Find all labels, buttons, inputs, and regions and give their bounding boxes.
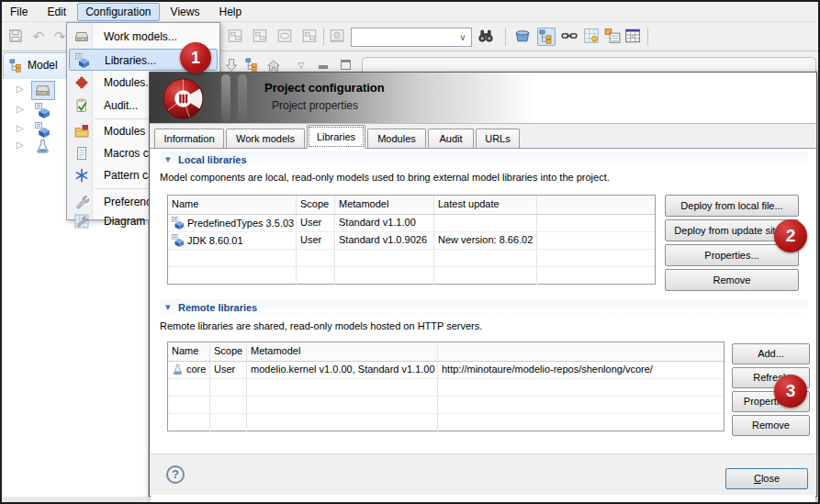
- search-binoculars-icon[interactable]: [477, 28, 496, 46]
- undo-icon[interactable]: ↶: [29, 28, 48, 46]
- table-empty-row: [168, 414, 724, 431]
- cell-empty: [537, 215, 655, 231]
- twistie-icon[interactable]: ▾: [165, 153, 171, 165]
- preferences-icon: [74, 195, 89, 209]
- remote-library-icon: [35, 139, 51, 154]
- twistie-icon[interactable]: ▾: [165, 301, 171, 313]
- library-icon: [172, 217, 185, 230]
- tab-libraries[interactable]: Libraries: [307, 125, 365, 149]
- cell-metamodel: Standard v1.1.00: [335, 215, 434, 231]
- deploy-local-file-button[interactable]: Deploy from local file...: [665, 195, 799, 217]
- model-tab-label: Model: [28, 59, 58, 72]
- toolbar-separator: [505, 28, 506, 46]
- save-icon[interactable]: [7, 28, 26, 46]
- column-header-name[interactable]: Name: [168, 196, 297, 214]
- dialog-subtitle: Project properties: [272, 99, 358, 112]
- remote-libraries-section-header[interactable]: ▾ Remote libraries: [160, 299, 808, 318]
- help-icon[interactable]: ?: [166, 465, 185, 484]
- menu-file[interactable]: File: [2, 3, 36, 21]
- expand-arrow-icon[interactable]: ▷: [17, 84, 24, 94]
- cell-empty: [537, 232, 655, 249]
- tab-urls[interactable]: URLs: [476, 129, 520, 148]
- image-icon[interactable]: [329, 28, 347, 46]
- step-badge-2: 2: [774, 219, 807, 252]
- remote-libraries-table[interactable]: Name Scope Metamodel core User modelio.k…: [167, 342, 725, 431]
- model-tree-toggle-icon[interactable]: [537, 28, 556, 46]
- modelio-logo-icon: [162, 77, 205, 120]
- header-decoration: [221, 74, 230, 122]
- table-header-row: Name Scope Metamodel Latest update: [168, 196, 655, 215]
- diagram-icon-2[interactable]: [252, 28, 270, 46]
- library-icon: [172, 234, 185, 247]
- table-row[interactable]: core User modelio.kernel v1.0.00, Standa…: [168, 362, 724, 379]
- tab-information[interactable]: Information: [154, 129, 224, 148]
- cell-url: http://minotaure/modelio-repos/shenlong/…: [438, 362, 724, 378]
- toolbar-separator: [647, 28, 648, 46]
- column-header-metamodel[interactable]: Metamodel: [247, 342, 438, 361]
- column-header-latest-update[interactable]: Latest update: [434, 196, 537, 214]
- table-empty-row: [168, 250, 655, 267]
- menu-views[interactable]: Views: [163, 3, 208, 21]
- local-libraries-section-header[interactable]: ▾ Local libraries: [160, 151, 808, 170]
- header-decoration: [238, 74, 247, 122]
- grid-icon[interactable]: [583, 28, 601, 46]
- cell-metamodel: Standard v1.0.9026: [335, 232, 434, 249]
- toolbar-separator: [323, 28, 324, 46]
- table-empty-row: [168, 267, 655, 285]
- remote-remove-button[interactable]: Remove: [732, 415, 810, 436]
- tab-modules[interactable]: Modules: [367, 129, 426, 148]
- container-icon[interactable]: [514, 28, 533, 46]
- menu-help[interactable]: Help: [210, 3, 250, 21]
- modules-icon: [74, 75, 89, 90]
- table-row[interactable]: JDK 8.60.01 User Standard v1.0.9026 New …: [168, 232, 655, 250]
- audit-icon: [74, 98, 89, 113]
- macros-catalog-icon: [74, 146, 89, 161]
- tab-work-models[interactable]: Work models: [226, 129, 305, 148]
- search-input[interactable]: [353, 29, 455, 45]
- table-icon[interactable]: [624, 28, 643, 46]
- table-header-row: Name Scope Metamodel: [168, 342, 724, 362]
- cell-latest-update: [434, 215, 537, 231]
- expand-arrow-icon[interactable]: ▷: [17, 140, 24, 150]
- column-header-scope[interactable]: Scope: [210, 342, 247, 361]
- local-libraries-table[interactable]: Name Scope Metamodel Latest update Prede…: [167, 195, 656, 285]
- column-header-scope[interactable]: Scope: [297, 196, 335, 214]
- menu-configuration[interactable]: Configuration: [77, 3, 159, 21]
- libraries-tab-content: ▾ Local libraries Model components are l…: [151, 149, 815, 504]
- ellipse-icon[interactable]: [276, 28, 295, 46]
- column-header-empty: [537, 196, 655, 214]
- section-title: Remote libraries: [178, 302, 257, 313]
- work-models-icon: [35, 83, 51, 98]
- local-libraries-description: Model components are local, read-only mo…: [160, 172, 610, 183]
- link-icon[interactable]: [561, 28, 579, 46]
- add-button[interactable]: Add...: [732, 343, 810, 364]
- cell-scope: User: [297, 232, 335, 249]
- remote-libraries-description: Remote libraries are shared, read-only m…: [160, 320, 482, 331]
- menu-item-label: Work models...: [104, 30, 177, 43]
- close-button[interactable]: Close: [725, 468, 808, 489]
- expand-arrow-icon[interactable]: ▷: [17, 104, 24, 114]
- cell-scope: User: [297, 215, 335, 231]
- step-badge-3: 3: [774, 375, 807, 408]
- diagram-icon-1[interactable]: [227, 28, 245, 46]
- dialog-title: Project configuration: [264, 81, 385, 95]
- search-combo: ∨: [351, 28, 472, 47]
- library-icon: [35, 122, 51, 138]
- diagram-styles-icon: [74, 214, 89, 229]
- table-row[interactable]: PredefinedTypes 3.5.03 User Standard v1.…: [168, 215, 655, 232]
- table-empty-row: [168, 397, 724, 414]
- combo-arrow-icon[interactable]: ∨: [456, 30, 469, 44]
- modules-catalog-icon: [74, 124, 89, 139]
- library-icon: [35, 103, 51, 118]
- menu-edit[interactable]: Edit: [39, 3, 74, 21]
- list-icon[interactable]: [604, 28, 623, 46]
- cell-latest-update: New version: 8.66.02: [434, 232, 537, 249]
- menu-item-label: Modules...: [104, 76, 154, 89]
- shapes-icon[interactable]: [301, 28, 320, 46]
- column-header-name[interactable]: Name: [168, 342, 210, 361]
- cell-metamodel: modelio.kernel v1.0.00, Standard v1.1.00: [247, 362, 438, 378]
- expand-arrow-icon[interactable]: ▷: [17, 123, 24, 133]
- column-header-metamodel[interactable]: Metamodel: [335, 196, 434, 214]
- tab-audit[interactable]: Audit: [428, 129, 474, 148]
- local-remove-button[interactable]: Remove: [665, 269, 799, 291]
